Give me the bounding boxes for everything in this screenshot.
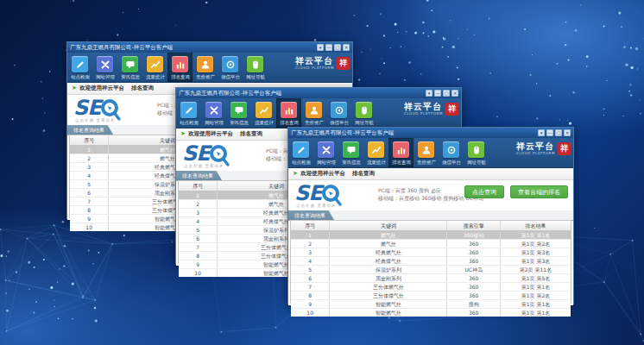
skin-button[interactable]: ▾ (538, 129, 545, 136)
row-result: 第1页 第1名 (501, 231, 571, 239)
toolbar-item-news-info[interactable]: 资讯信息 (117, 53, 142, 82)
skin-button[interactable]: ▾ (317, 44, 324, 51)
maximize-button[interactable]: ▢ (443, 90, 450, 97)
row-engine: 360移动 (447, 231, 501, 239)
minimize-button[interactable]: — (434, 90, 441, 97)
row-result: 第1页 第2名 (501, 292, 571, 299)
tools-icon (318, 141, 334, 158)
toolbar-item-wechat-platform[interactable]: 微信平台 (218, 53, 243, 82)
row-keyword: 经典燃气灶 (330, 248, 447, 256)
toolbar-item-wechat-platform[interactable]: 微信平台 (326, 98, 351, 128)
toolbar-item-site-manage[interactable]: 网站管理 (201, 98, 226, 128)
toolbar-item-ppc-promo[interactable]: 竞价推广 (414, 138, 439, 167)
minimize-button[interactable]: — (325, 44, 332, 51)
row-engine: 360 (447, 309, 501, 317)
welcome-text: 欢迎使用祥云平台 (188, 130, 233, 138)
toolbar-item-site-check[interactable]: 站点检测 (67, 53, 92, 82)
toolbar-item-site-manage[interactable]: 网站管理 (92, 53, 117, 82)
toolbar-item-ppc-promo[interactable]: 竞价推广 (193, 53, 218, 82)
brand-seal-icon: 祥 (337, 57, 350, 70)
query-header-section: SE 点击右侧 查看排名 PC端：百度 360 搜狗 必应 移动端：百度移动 3… (288, 180, 573, 210)
row-index: 3 (291, 248, 330, 256)
row-result: 第1页 第3名 (501, 248, 571, 256)
table-header-row: 序号 关键词 搜索引擎 排名结果 (291, 221, 571, 231)
row-index: 5 (179, 226, 218, 234)
row-result: 第1页 第1名 (501, 283, 571, 291)
row-index: 2 (70, 154, 109, 162)
toolbar-item-traffic-stats[interactable]: 流量统计 (142, 53, 167, 82)
close-button[interactable]: ✕ (451, 90, 458, 97)
table-row[interactable]: 5保温炉系列UC神马第2页 第11名 (291, 266, 571, 274)
close-button[interactable]: ✕ (343, 44, 350, 51)
speech-bubble-icon (230, 102, 247, 118)
toolbar-item-site-check[interactable]: 站点检测 (176, 98, 201, 128)
welcome-arrow-icon: ➤ (72, 83, 77, 94)
table-row[interactable]: 2燃气灶360第1页 第2名 (291, 240, 571, 248)
main-toolbar: 站点检测 网站管理 资讯信息 流量统计 (67, 53, 352, 83)
row-result: 第1页 第3名 (501, 257, 571, 265)
toolbar-item-site-nav[interactable]: 网址导航 (243, 53, 268, 82)
window-titlebar[interactable]: 广东九鼎王燃具有限公司-祥云平台客户端 ▾ — ▢ ✕ (67, 42, 352, 53)
window-controls: ▾ — ▢ ✕ (317, 44, 350, 51)
table-row[interactable]: 7三分体燃气灶360第1页 第1名 (291, 283, 571, 292)
close-button[interactable]: ✕ (564, 129, 571, 136)
toolbar-item-site-manage[interactable]: 网站管理 (313, 138, 338, 167)
toolbar-item-rank-query[interactable]: 排名查询 (167, 53, 193, 82)
maximize-button[interactable]: ▢ (555, 129, 562, 136)
toolbar-item-wechat-platform[interactable]: 微信平台 (439, 138, 464, 167)
skin-button[interactable]: ▾ (426, 90, 432, 97)
toolbar-item-news-info[interactable]: 资讯信息 (338, 138, 363, 167)
toolbar-item-rank-query[interactable]: 排名查询 (276, 98, 301, 128)
brand-subtitle: CLOUD PLATFORM (404, 111, 443, 116)
toolbar-item-traffic-stats[interactable]: 流量统计 (363, 138, 388, 167)
speech-bubble-icon (122, 56, 138, 72)
target-icon (331, 102, 347, 118)
table-row[interactable]: 1燃气灶360移动第1页 第1名 (291, 231, 571, 240)
row-result: 第1页 第2名 (501, 240, 571, 248)
target-icon (443, 141, 459, 158)
table-row[interactable]: 3经典燃气灶360第1页 第3名 (291, 248, 571, 257)
window-controls: ▾ — ▢ ✕ (426, 90, 458, 97)
table-row[interactable]: 10智能燃气灶360第1页 第1名 (291, 309, 571, 317)
toolbar-item-ppc-promo[interactable]: 竞价推广 (301, 98, 326, 128)
window-title: 广东九鼎王燃具有限公司-祥云平台客户端 (179, 88, 426, 98)
person-icon (418, 141, 434, 158)
app-window-front[interactable]: 广东九鼎王燃具有限公司-祥云平台客户端 ▾ — ▢ ✕ 站点检测 网站管理 (287, 127, 574, 304)
table-row[interactable]: 9智能燃气灶搜狗第1页 第1名 (291, 300, 571, 309)
row-index: 4 (291, 257, 330, 265)
row-index: 3 (70, 163, 109, 171)
row-keyword: 三分体燃气灶 (330, 283, 447, 291)
row-index: 7 (70, 198, 109, 205)
row-index: 6 (291, 274, 330, 282)
col-header-index: 序号 (291, 221, 330, 230)
toolbar-item-news-info[interactable]: 资讯信息 (226, 98, 251, 128)
maximize-button[interactable]: ▢ (334, 44, 341, 51)
table-row[interactable]: 6黑金刚系列360第1页 第5名 (291, 274, 571, 283)
toolbar-item-site-check[interactable]: 站点检测 (288, 138, 313, 167)
tab-rank-results[interactable]: 排名查询结果 (288, 210, 334, 220)
row-index: 6 (179, 235, 218, 242)
toolbar-item-traffic-stats[interactable]: 流量统计 (251, 98, 276, 128)
target-icon (222, 56, 238, 72)
row-index: 2 (179, 200, 218, 208)
query-button[interactable]: 点击查询 (464, 185, 504, 198)
row-keyword: 智能燃气灶 (330, 300, 447, 308)
window-titlebar[interactable]: 广东九鼎王燃具有限公司-祥云平台客户端 ▾ — ▢ ✕ (176, 88, 461, 98)
row-index: 1 (179, 191, 218, 199)
row-engine: 360 (447, 257, 501, 265)
row-index: 9 (179, 260, 218, 268)
row-index: 4 (70, 172, 109, 179)
table-row[interactable]: 4经典煤气灶360第1页 第3名 (291, 257, 571, 266)
toolbar-item-rank-query[interactable]: 排名查询 (388, 138, 414, 167)
table-row[interactable]: 8三分体煤气灶360第1页 第2名 (291, 292, 571, 300)
tab-rank-results[interactable]: 排名查询结果 (176, 171, 222, 180)
toolbar-item-site-nav[interactable]: 网址导航 (464, 138, 489, 167)
tab-rank-results[interactable]: 排名查询结果 (67, 125, 113, 135)
window-titlebar[interactable]: 广东九鼎王燃具有限公司-祥云平台客户端 ▾ — ▢ ✕ (288, 128, 573, 138)
row-index: 1 (70, 146, 109, 154)
row-index: 7 (291, 283, 330, 291)
view-cloud-rank-button[interactable]: 查看云端的排名 (510, 185, 568, 198)
current-page-label: 排名查询 (240, 130, 262, 138)
minimize-button[interactable]: — (546, 129, 553, 136)
toolbar-item-site-nav[interactable]: 网址导航 (351, 98, 376, 128)
